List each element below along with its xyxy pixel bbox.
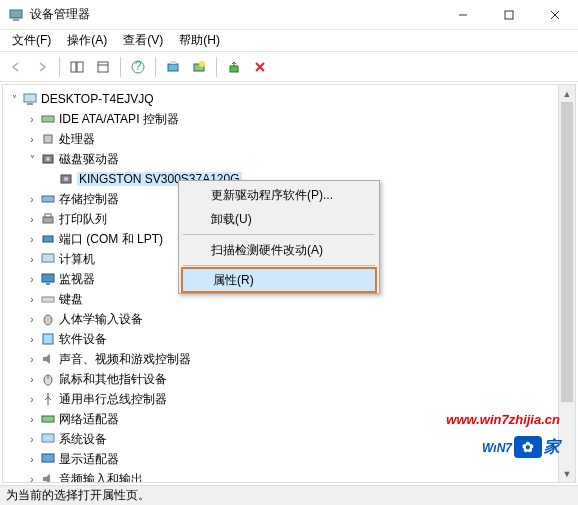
back-button <box>4 55 28 79</box>
svg-rect-40 <box>42 434 54 442</box>
collapse-icon[interactable]: ˅ <box>25 154 39 165</box>
menu-action[interactable]: 操作(A) <box>59 30 115 51</box>
computer-icon <box>22 91 38 107</box>
tree-item-usb[interactable]: ›通用串行总线控制器 <box>7 389 575 409</box>
separator-icon <box>216 57 217 77</box>
tree-item-sound[interactable]: ›声音、视频和游戏控制器 <box>7 349 575 369</box>
svg-rect-32 <box>42 274 54 282</box>
usb-icon <box>40 391 56 407</box>
expand-icon[interactable]: › <box>25 334 39 345</box>
disk-icon <box>58 171 74 187</box>
system-icon <box>40 431 56 447</box>
storage-icon <box>40 191 56 207</box>
mouse-icon <box>40 371 56 387</box>
vertical-scrollbar[interactable]: ▲ ▼ <box>558 85 575 482</box>
toolbar: ? <box>0 52 578 82</box>
ctx-properties[interactable]: 属性(R) <box>181 267 377 293</box>
disk-icon <box>40 151 56 167</box>
expand-icon[interactable]: › <box>25 374 39 385</box>
forward-button <box>30 55 54 79</box>
tree-item-display[interactable]: ›显示适配器 <box>7 449 575 469</box>
tree-item-hid[interactable]: ›人体学输入设备 <box>7 309 575 329</box>
disable-button[interactable] <box>248 55 272 79</box>
cpu-icon <box>40 131 56 147</box>
menu-view[interactable]: 查看(V) <box>115 30 171 51</box>
ctx-update-driver[interactable]: 更新驱动程序软件(P)... <box>181 183 377 207</box>
tree-item-system[interactable]: ›系统设备 <box>7 429 575 449</box>
expand-icon[interactable]: › <box>25 194 39 205</box>
maximize-button[interactable] <box>486 0 532 30</box>
svg-rect-0 <box>10 10 22 18</box>
expand-icon[interactable]: › <box>25 234 39 245</box>
expand-icon[interactable]: › <box>25 114 39 125</box>
tree-item-net[interactable]: ›网络适配器 <box>7 409 575 429</box>
status-text: 为当前的选择打开属性页。 <box>6 487 150 504</box>
menu-help[interactable]: 帮助(H) <box>171 30 228 51</box>
hid-icon <box>40 311 56 327</box>
svg-rect-20 <box>27 103 33 105</box>
expand-icon[interactable]: › <box>25 294 39 305</box>
tree-item-software[interactable]: ›软件设备 <box>7 329 575 349</box>
app-icon <box>8 7 24 23</box>
ctx-uninstall[interactable]: 卸载(U) <box>181 207 377 231</box>
expand-icon[interactable]: › <box>25 354 39 365</box>
expand-icon[interactable]: › <box>25 414 39 425</box>
expand-icon[interactable]: › <box>25 254 39 265</box>
svg-rect-22 <box>44 135 52 143</box>
scroll-down-icon[interactable]: ▼ <box>559 465 575 482</box>
expand-icon[interactable]: › <box>25 274 39 285</box>
svg-rect-36 <box>43 334 53 344</box>
ctx-scan-hardware[interactable]: 扫描检测硬件改动(A) <box>181 238 377 262</box>
svg-point-35 <box>44 315 52 325</box>
svg-rect-1 <box>13 19 19 21</box>
expand-icon[interactable]: › <box>25 134 39 145</box>
svg-rect-13 <box>170 61 176 64</box>
svg-point-24 <box>46 157 50 161</box>
svg-rect-16 <box>230 66 238 72</box>
svg-rect-34 <box>42 297 54 302</box>
tree-item-disk[interactable]: ˅磁盘驱动器 <box>7 149 575 169</box>
status-bar: 为当前的选择打开属性页。 <box>0 485 578 505</box>
menu-file[interactable]: 文件(F) <box>4 30 59 51</box>
tree-item-mouse[interactable]: ›鼠标和其他指针设备 <box>7 369 575 389</box>
collapse-icon[interactable]: ˅ <box>7 94 21 105</box>
expand-icon[interactable]: › <box>25 434 39 445</box>
tree-item-ide[interactable]: ›IDE ATA/ATAPI 控制器 <box>7 109 575 129</box>
tree-root[interactable]: ˅ DESKTOP-T4EJVJQ <box>7 89 575 109</box>
svg-rect-12 <box>168 64 178 71</box>
expand-icon[interactable]: › <box>25 474 39 483</box>
tree-item-cpu[interactable]: ›处理器 <box>7 129 575 149</box>
svg-rect-27 <box>42 196 54 202</box>
scan-hardware-button[interactable] <box>187 55 211 79</box>
update-driver-button[interactable] <box>161 55 185 79</box>
expand-icon[interactable]: › <box>25 314 39 325</box>
svg-point-15 <box>199 61 205 67</box>
close-button[interactable] <box>532 0 578 30</box>
printer-icon <box>40 211 56 227</box>
expand-icon[interactable]: › <box>25 454 39 465</box>
expand-icon[interactable]: › <box>25 394 39 405</box>
svg-text:?: ? <box>135 60 142 73</box>
title-bar: 设备管理器 <box>0 0 578 30</box>
svg-rect-33 <box>46 283 50 285</box>
svg-rect-6 <box>71 62 76 72</box>
scroll-up-icon[interactable]: ▲ <box>559 85 575 102</box>
software-icon <box>40 331 56 347</box>
svg-rect-28 <box>43 217 53 223</box>
svg-rect-39 <box>42 416 54 422</box>
svg-rect-8 <box>98 62 108 72</box>
separator-icon <box>155 57 156 77</box>
minimize-button[interactable] <box>440 0 486 30</box>
monitor-icon <box>40 271 56 287</box>
properties-button[interactable] <box>91 55 115 79</box>
network-icon <box>40 411 56 427</box>
uninstall-button[interactable] <box>222 55 246 79</box>
expand-icon[interactable]: › <box>25 214 39 225</box>
svg-point-26 <box>64 177 68 181</box>
scroll-thumb[interactable] <box>561 102 573 402</box>
tree-item-audio[interactable]: ›音频输入和输出 <box>7 469 575 482</box>
show-hide-console-button[interactable] <box>65 55 89 79</box>
separator-icon <box>120 57 121 77</box>
help-button[interactable]: ? <box>126 55 150 79</box>
display-icon <box>40 451 56 467</box>
